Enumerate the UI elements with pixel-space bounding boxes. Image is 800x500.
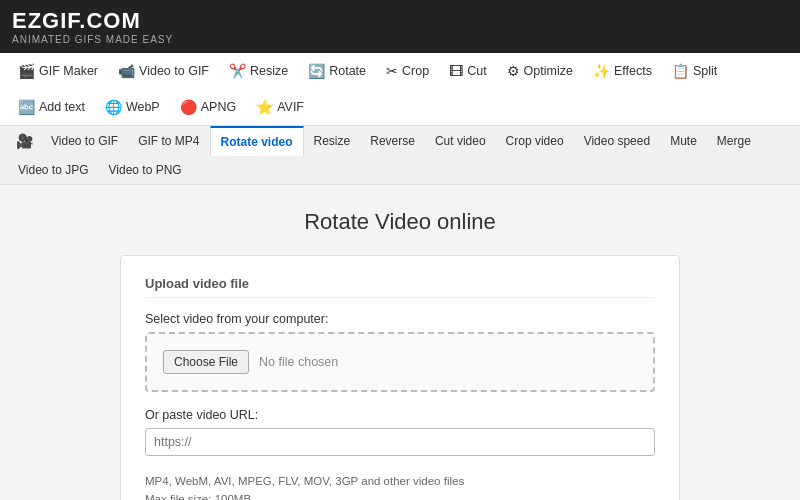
url-label: Or paste video URL: (145, 408, 655, 422)
nav-webp[interactable]: 🌐WebP (95, 89, 170, 125)
url-input-group: Or paste video URL: (145, 408, 655, 456)
upload-card: Upload video file Select video from your… (120, 255, 680, 500)
subnav-cut-video[interactable]: Cut video (425, 127, 496, 155)
site-tagline: Animated GIFs Made Easy (12, 34, 788, 45)
file-input-area: Choose File No file chosen (145, 332, 655, 392)
subnav-video-to-png[interactable]: Video to PNG (99, 156, 192, 184)
subnav-crop-video[interactable]: Crop video (496, 127, 574, 155)
url-input[interactable] (145, 428, 655, 456)
gif-maker-icon: 🎬 (18, 63, 35, 79)
nav-effects[interactable]: ✨Effects (583, 53, 662, 89)
optimize-icon: ⚙ (507, 63, 520, 79)
site-header: EZGIF.COM Animated GIFs Made Easy (0, 0, 800, 53)
subnav-gif-to-mp4[interactable]: GIF to MP4 (128, 127, 209, 155)
nav-cut[interactable]: 🎞Cut (439, 53, 496, 89)
split-icon: 📋 (672, 63, 689, 79)
nav-gif-maker[interactable]: 🎬GIF Maker (8, 53, 108, 89)
logo-text: EZGIF.COM (12, 8, 141, 33)
nav-apng[interactable]: 🔴APNG (170, 89, 246, 125)
info-line2: Max file size: 100MB (145, 490, 655, 500)
subnav-rotate-video[interactable]: Rotate video (210, 126, 304, 156)
sub-nav: 🎥 Video to GIF GIF to MP4 Rotate video R… (0, 126, 800, 185)
nav-rotate[interactable]: 🔄Rotate (298, 53, 376, 89)
nav-optimize[interactable]: ⚙Optimize (497, 53, 583, 89)
crop-icon: ✂ (386, 63, 398, 79)
subnav-merge[interactable]: Merge (707, 127, 761, 155)
select-video-label: Select video from your computer: (145, 312, 655, 326)
nav-resize[interactable]: ✂️Resize (219, 53, 298, 89)
subnav-video-to-gif[interactable]: Video to GIF (41, 127, 128, 155)
nav-split[interactable]: 📋Split (662, 53, 727, 89)
effects-icon: ✨ (593, 63, 610, 79)
nav-add-text[interactable]: 🔤Add text (8, 89, 95, 125)
rotate-icon: 🔄 (308, 63, 325, 79)
cut-icon: 🎞 (449, 63, 463, 79)
resize-icon: ✂️ (229, 63, 246, 79)
subnav-video-to-jpg[interactable]: Video to JPG (8, 156, 99, 184)
nav-crop[interactable]: ✂Crop (376, 53, 439, 89)
apng-icon: 🔴 (180, 99, 197, 115)
subnav-resize[interactable]: Resize (304, 127, 361, 155)
main-nav: 🎬GIF Maker 📹Video to GIF ✂️Resize 🔄Rotat… (0, 53, 800, 126)
subnav-reverse[interactable]: Reverse (360, 127, 425, 155)
page-title: Rotate Video online (20, 209, 780, 235)
page-content: Rotate Video online Upload video file Se… (0, 185, 800, 500)
site-logo: EZGIF.COM (12, 8, 788, 34)
nav-video-to-gif[interactable]: 📹Video to GIF (108, 53, 219, 89)
sub-nav-video-icon: 🎥 (8, 127, 41, 155)
no-file-chosen-text: No file chosen (259, 355, 338, 369)
choose-file-button[interactable]: Choose File (163, 350, 249, 374)
upload-card-title: Upload video file (145, 276, 655, 298)
file-select-group: Select video from your computer: Choose … (145, 312, 655, 392)
video-to-gif-icon: 📹 (118, 63, 135, 79)
file-info-text: MP4, WebM, AVI, MPEG, FLV, MOV, 3GP and … (145, 472, 655, 500)
add-text-icon: 🔤 (18, 99, 35, 115)
subnav-video-speed[interactable]: Video speed (574, 127, 661, 155)
info-line1: MP4, WebM, AVI, MPEG, FLV, MOV, 3GP and … (145, 472, 655, 490)
subnav-mute[interactable]: Mute (660, 127, 707, 155)
webp-icon: 🌐 (105, 99, 122, 115)
nav-avif[interactable]: ⭐AVIF (246, 89, 314, 125)
avif-icon: ⭐ (256, 99, 273, 115)
